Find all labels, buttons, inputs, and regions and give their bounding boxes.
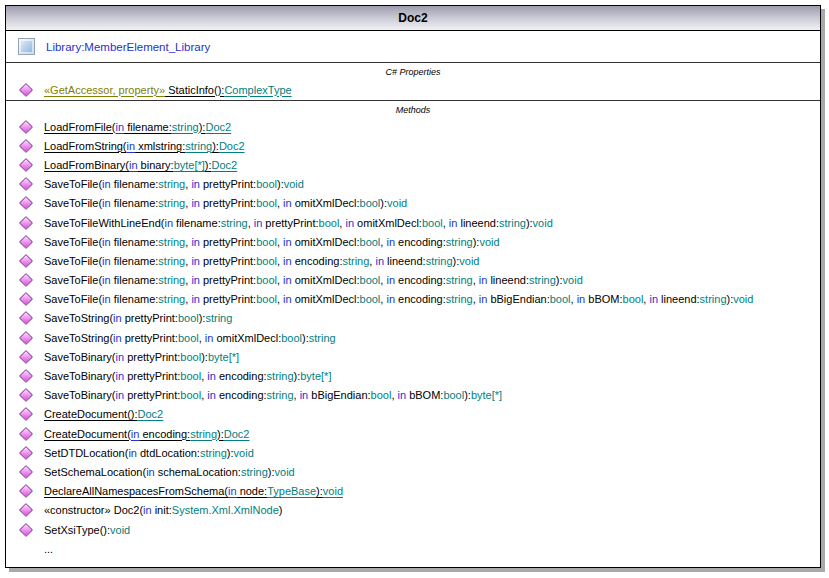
member-diamond-icon (19, 484, 33, 498)
member-diamond-icon (19, 120, 33, 134)
member-signature: SaveToFile(in filename:string, in pretty… (44, 293, 753, 305)
method-row[interactable]: DeclareAllNamespacesFromSchema(in node:T… (6, 482, 820, 501)
member-diamond-icon (19, 331, 33, 345)
member-diamond-icon (19, 369, 33, 383)
member-signature: SaveToFile(in filename:string, in pretty… (44, 178, 304, 190)
member-diamond-icon (19, 350, 33, 364)
member-signature: CreateDocument():Doc2 (44, 408, 163, 420)
member-diamond-icon (19, 254, 33, 268)
class-title-bar[interactable]: Doc2 (6, 6, 820, 31)
properties-list: «GetAccessor, property» StaticInfo():Com… (6, 79, 820, 100)
member-signature: LoadFromString(in xmlstring:string):Doc2 (44, 140, 245, 152)
member-signature: SetSchemaLocation(in schemaLocation:stri… (44, 466, 295, 478)
member-diamond-icon (19, 292, 33, 306)
member-signature: SaveToFile(in filename:string, in pretty… (44, 274, 583, 286)
method-row[interactable]: SaveToBinary(in prettyPrint:bool):byte[*… (6, 347, 820, 366)
member-diamond-icon (19, 139, 33, 153)
methods-list: LoadFromFile(in filename:string):Doc2Loa… (6, 117, 820, 539)
member-signature: CreateDocument(in encoding:string):Doc2 (44, 428, 249, 440)
member-diamond-icon (19, 273, 33, 287)
method-row[interactable]: SaveToBinary(in prettyPrint:bool, in enc… (6, 386, 820, 405)
methods-compartment: Methods LoadFromFile(in filename:string)… (6, 100, 820, 558)
method-row[interactable]: SaveToFile(in filename:string, in pretty… (6, 175, 820, 194)
method-row[interactable]: SetXsiType():void (6, 520, 820, 539)
property-row[interactable]: «GetAccessor, property» StaticInfo():Com… (6, 79, 820, 100)
method-row[interactable]: SaveToString(in prettyPrint:bool, in omi… (6, 328, 820, 347)
more-members-indicator: ... (6, 539, 820, 558)
method-row[interactable]: LoadFromString(in xmlstring:string):Doc2 (6, 136, 820, 155)
method-row[interactable]: CreateDocument(in encoding:string):Doc2 (6, 424, 820, 443)
method-row[interactable]: SaveToBinary(in prettyPrint:bool, in enc… (6, 366, 820, 385)
library-label: Library:MemberElement_Library (46, 41, 210, 53)
method-row[interactable]: SaveToString(in prettyPrint:bool):string (6, 309, 820, 328)
member-signature: SaveToFileWithLineEnd(in filename:string… (44, 217, 553, 229)
method-row[interactable]: CreateDocument():Doc2 (6, 405, 820, 424)
member-signature: «GetAccessor, property» StaticInfo():Com… (44, 84, 292, 96)
method-row[interactable]: SetDTDLocation(in dtdLocation:string):vo… (6, 443, 820, 462)
member-diamond-icon (19, 407, 33, 421)
member-signature: DeclareAllNamespacesFromSchema(in node:T… (44, 485, 343, 497)
member-diamond-icon (19, 83, 33, 97)
method-row[interactable]: «constructor» Doc2(in init:System.Xml.Xm… (6, 501, 820, 520)
method-row[interactable]: SaveToFile(in filename:string, in pretty… (6, 290, 820, 309)
member-signature: SaveToFile(in filename:string, in pretty… (44, 236, 500, 248)
member-diamond-icon (19, 503, 33, 517)
method-row[interactable]: LoadFromFile(in filename:string):Doc2 (6, 117, 820, 136)
member-diamond-icon (19, 388, 33, 402)
member-signature: SaveToBinary(in prettyPrint:bool, in enc… (44, 370, 331, 382)
method-row[interactable]: SaveToFile(in filename:string, in pretty… (6, 194, 820, 213)
member-diamond-icon (19, 446, 33, 460)
member-signature: SetDTDLocation(in dtdLocation:string):vo… (44, 447, 254, 459)
member-signature: SaveToFile(in filename:string, in pretty… (44, 197, 407, 209)
library-icon (18, 38, 35, 55)
method-row[interactable]: SaveToFile(in filename:string, in pretty… (6, 251, 820, 270)
member-diamond-icon (19, 427, 33, 441)
member-diamond-icon (19, 523, 33, 537)
member-diamond-icon (19, 311, 33, 325)
member-diamond-icon (19, 216, 33, 230)
member-diamond-icon (19, 196, 33, 210)
method-row[interactable]: SaveToFile(in filename:string, in pretty… (6, 232, 820, 251)
member-diamond-icon (19, 158, 33, 172)
member-signature: LoadFromBinary(in binary:byte[*]):Doc2 (44, 159, 237, 171)
method-row[interactable]: LoadFromBinary(in binary:byte[*]):Doc2 (6, 155, 820, 174)
uml-class-box[interactable]: Doc2 Library:MemberElement_Library C# Pr… (5, 5, 821, 568)
member-signature: SaveToBinary(in prettyPrint:bool, in enc… (44, 389, 502, 401)
member-signature: SetXsiType():void (44, 524, 130, 536)
properties-header: C# Properties (6, 63, 820, 79)
method-row[interactable]: SetSchemaLocation(in schemaLocation:stri… (6, 462, 820, 481)
member-signature: SaveToString(in prettyPrint:bool, in omi… (44, 332, 336, 344)
member-signature: SaveToString(in prettyPrint:bool):string (44, 312, 232, 324)
member-diamond-icon (19, 177, 33, 191)
member-signature: «constructor» Doc2(in init:System.Xml.Xm… (44, 504, 282, 516)
member-signature: SaveToBinary(in prettyPrint:bool):byte[*… (44, 351, 239, 363)
library-compartment[interactable]: Library:MemberElement_Library (6, 31, 820, 62)
member-signature: LoadFromFile(in filename:string):Doc2 (44, 121, 231, 133)
method-row[interactable]: SaveToFile(in filename:string, in pretty… (6, 271, 820, 290)
methods-header: Methods (6, 101, 820, 117)
class-name: Doc2 (398, 11, 427, 25)
member-signature: SaveToFile(in filename:string, in pretty… (44, 255, 479, 267)
properties-compartment: C# Properties «GetAccessor, property» St… (6, 62, 820, 100)
member-diamond-icon (19, 235, 33, 249)
method-row[interactable]: SaveToFileWithLineEnd(in filename:string… (6, 213, 820, 232)
member-diamond-icon (19, 465, 33, 479)
